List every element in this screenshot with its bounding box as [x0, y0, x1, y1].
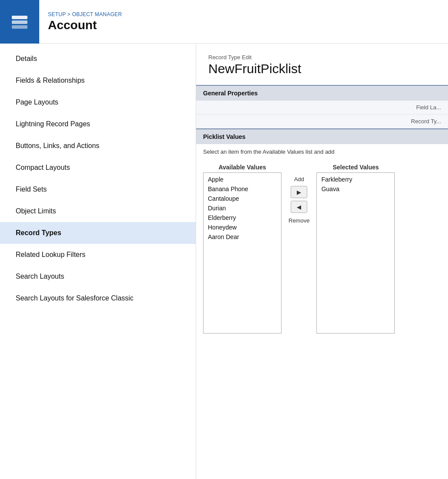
list-item[interactable]: Farkleberry: [317, 175, 394, 184]
list-item[interactable]: Aaron Dear: [204, 232, 281, 242]
picklist-columns: Available Values Apple Banana Phone Cant…: [196, 159, 448, 338]
list-item[interactable]: Banana Phone: [204, 184, 281, 194]
list-item[interactable]: Honeydew: [204, 223, 281, 232]
sidebar-item-related-lookup-filters[interactable]: Related Lookup Filters: [0, 244, 196, 266]
sidebar-item-fields-relationships[interactable]: Fields & Relationships: [0, 70, 196, 91]
header: SETUP > OBJECT MANAGER Account: [0, 0, 448, 44]
sidebar-item-page-layouts[interactable]: Page Layouts: [0, 91, 196, 113]
available-values-label: Available Values: [203, 164, 282, 171]
header-text: SETUP > OBJECT MANAGER Account: [39, 5, 131, 38]
selected-values-label: Selected Values: [316, 164, 395, 171]
picklist-values-header: Picklist Values: [196, 128, 448, 144]
page-subtitle: Record Type Edit: [196, 54, 448, 61]
field-label-cell: Field La...: [196, 101, 448, 115]
sidebar-item-details[interactable]: Details: [0, 48, 196, 70]
stack-icon: [10, 12, 29, 31]
list-item[interactable]: Cantaloupe: [204, 194, 281, 203]
list-item[interactable]: Apple: [204, 175, 281, 184]
svg-rect-2: [12, 25, 27, 29]
available-values-column: Available Values Apple Banana Phone Cant…: [203, 164, 282, 334]
list-item[interactable]: Durian: [204, 203, 281, 213]
sidebar-item-compact-layouts[interactable]: Compact Layouts: [0, 157, 196, 179]
sidebar-item-search-layouts[interactable]: Search Layouts: [0, 266, 196, 287]
page-title: Account: [48, 18, 122, 32]
list-item[interactable]: Elderberry: [204, 213, 281, 223]
available-values-listbox[interactable]: Apple Banana Phone Cantaloupe Durian Eld…: [203, 172, 282, 334]
sidebar-item-buttons-links-actions[interactable]: Buttons, Links, and Actions: [0, 135, 196, 157]
sidebar-item-lightning-record-pages[interactable]: Lightning Record Pages: [0, 113, 196, 135]
record-type-title: NewFruitPicklist: [196, 61, 448, 76]
add-button[interactable]: ▶: [291, 186, 307, 198]
remove-button[interactable]: ◀: [291, 201, 307, 213]
sidebar: Details Fields & Relationships Page Layo…: [0, 44, 196, 479]
add-label: Add: [294, 176, 304, 182]
sidebar-item-object-limits[interactable]: Object Limits: [0, 200, 196, 222]
selected-values-listbox[interactable]: Farkleberry Guava: [316, 172, 395, 334]
remove-label: Remove: [288, 217, 309, 224]
svg-rect-0: [12, 16, 27, 19]
picklist-description: Select an item from the Available Values…: [196, 144, 448, 159]
general-properties-table: Field La... Record Ty...: [196, 101, 448, 128]
breadcrumb: SETUP > OBJECT MANAGER: [48, 11, 122, 17]
picklist-controls: Add ▶ ◀ Remove: [282, 176, 316, 224]
layout: Details Fields & Relationships Page Layo…: [0, 44, 448, 479]
sidebar-item-record-types[interactable]: Record Types: [0, 222, 196, 244]
svg-rect-1: [12, 20, 27, 24]
main-content: Record Type Edit NewFruitPicklist Genera…: [196, 44, 448, 479]
general-properties-header: General Properties: [196, 85, 448, 101]
app-icon: [0, 0, 39, 44]
list-item[interactable]: Guava: [317, 184, 394, 194]
sidebar-item-field-sets[interactable]: Field Sets: [0, 179, 196, 200]
record-type-cell: Record Ty...: [196, 115, 448, 128]
selected-values-column: Selected Values Farkleberry Guava: [316, 164, 395, 334]
sidebar-item-search-layouts-classic[interactable]: Search Layouts for Salesforce Classic: [0, 287, 196, 309]
